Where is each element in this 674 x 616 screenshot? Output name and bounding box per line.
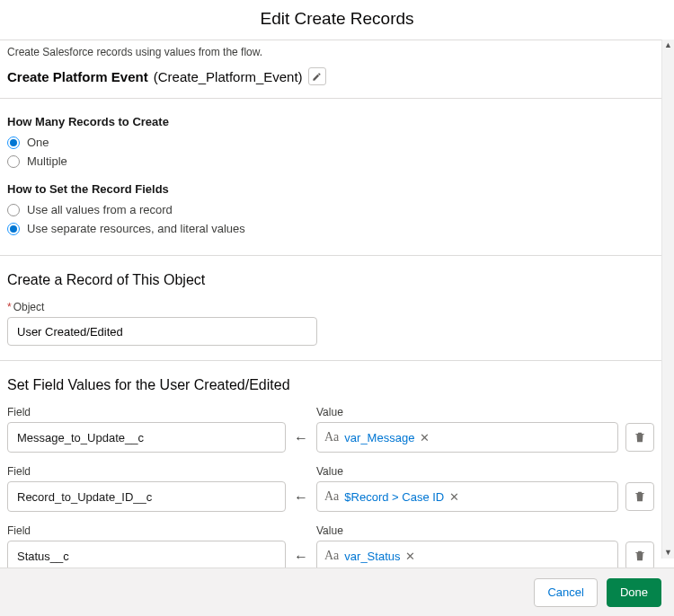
scroll-down-icon[interactable]: ▼	[664, 547, 672, 559]
object-field-label: Object	[7, 301, 654, 313]
radio-label: Use separate resources, and literal valu…	[27, 222, 245, 235]
delete-row-button[interactable]	[625, 423, 654, 452]
value-input[interactable]: Aa var_Status ✕	[316, 541, 618, 571]
dialog-footer: Cancel Done	[0, 568, 674, 616]
trash-icon	[634, 431, 646, 444]
delete-row-button[interactable]	[625, 541, 654, 570]
text-type-icon: Aa	[324, 489, 339, 504]
radio-icon	[7, 155, 20, 168]
trash-icon	[634, 490, 646, 503]
how-many-label: How Many Records to Create	[7, 115, 654, 128]
value-resource: $Record > Case ID	[344, 490, 444, 504]
arrow-left-icon: ←	[293, 489, 309, 512]
object-input[interactable]	[7, 317, 317, 346]
field-values-heading: Set Field Values for the User Created/Ed…	[7, 377, 654, 393]
clear-icon[interactable]: ✕	[420, 431, 430, 444]
radio-option-one[interactable]: One	[7, 136, 654, 149]
radio-icon	[7, 223, 20, 235]
trash-icon	[634, 550, 646, 562]
value-header: Value	[316, 465, 618, 478]
vertical-scrollbar[interactable]: ▲ ▼	[661, 40, 674, 559]
radio-label: Multiple	[27, 154, 67, 168]
clear-icon[interactable]: ✕	[405, 550, 415, 563]
edit-name-button[interactable]	[308, 67, 326, 85]
radio-option-multiple[interactable]: Multiple	[7, 154, 654, 168]
field-row: Field Status__c ← Value Aa var_Status ✕	[7, 524, 654, 571]
field-header: Field	[7, 406, 286, 418]
intro-text: Create Salesforce records using values f…	[0, 40, 661, 64]
field-row: Field Message_to_Update__c ← Value Aa va…	[7, 406, 654, 453]
element-name-row: Create Platform Event (Create_Platform_E…	[0, 64, 661, 99]
element-api-name: (Create_Platform_Event)	[154, 69, 303, 84]
field-header: Field	[7, 524, 286, 537]
field-input[interactable]: Message_to_Update__c	[7, 422, 286, 453]
object-section-heading: Create a Record of This Object	[7, 272, 654, 288]
field-input[interactable]: Record_to_Update_ID__c	[7, 481, 286, 512]
value-resource: var_Message	[344, 431, 414, 444]
element-label: Create Platform Event	[7, 69, 148, 84]
text-type-icon: Aa	[324, 549, 339, 563]
how-many-section: How Many Records to Create One Multiple …	[0, 99, 661, 256]
radio-label: One	[27, 136, 49, 149]
delete-row-button[interactable]	[625, 482, 654, 511]
object-section: Create a Record of This Object Object	[0, 256, 661, 361]
radio-icon	[7, 204, 20, 216]
text-type-icon: Aa	[324, 430, 339, 444]
clear-icon[interactable]: ✕	[449, 490, 459, 504]
radio-option-all-values[interactable]: Use all values from a record	[7, 203, 654, 216]
pencil-icon	[312, 72, 322, 82]
value-input[interactable]: Aa $Record > Case ID ✕	[316, 481, 618, 512]
field-row: Field Record_to_Update_ID__c ← Value Aa …	[7, 465, 654, 512]
value-header: Value	[316, 524, 618, 537]
scroll-up-icon[interactable]: ▲	[664, 40, 672, 51]
radio-label: Use all values from a record	[27, 203, 173, 216]
cancel-button[interactable]: Cancel	[534, 578, 597, 607]
value-input[interactable]: Aa var_Message ✕	[316, 422, 618, 453]
radio-option-separate[interactable]: Use separate resources, and literal valu…	[7, 222, 654, 235]
done-button[interactable]: Done	[607, 578, 661, 607]
field-header: Field	[7, 465, 286, 478]
value-header: Value	[316, 406, 618, 418]
radio-icon	[7, 136, 20, 149]
how-set-label: How to Set the Record Fields	[7, 182, 654, 196]
content-area: Create Salesforce records using values f…	[0, 40, 661, 616]
dialog-title: Edit Create Records	[0, 0, 674, 40]
value-resource: var_Status	[344, 550, 400, 563]
field-input[interactable]: Status__c	[7, 541, 286, 571]
arrow-left-icon: ←	[293, 430, 309, 453]
